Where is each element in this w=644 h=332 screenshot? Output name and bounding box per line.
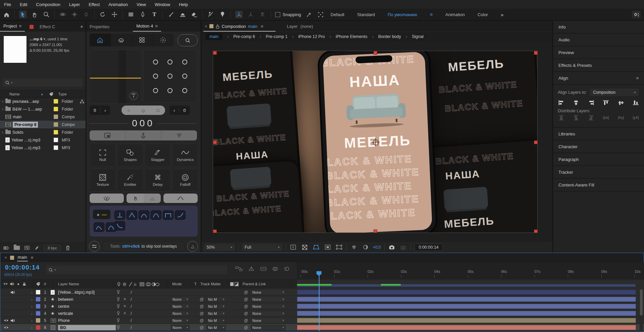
project-item-name[interactable]: Yellow …s).mp3	[11, 146, 40, 150]
anchor-point-grid[interactable]	[143, 50, 197, 103]
tab-layer-label[interactable]: Layer	[287, 24, 298, 29]
timeline-layer-row[interactable]: › 2 ★ between ☀ / Norm▾ @ No M▾ @ None▾	[0, 296, 644, 303]
add-remove-keyframe-button[interactable]: +—	[93, 210, 110, 219]
motion-grid-button[interactable]	[132, 34, 153, 46]
easing-curve-button[interactable]	[127, 210, 137, 220]
layer-rasterize-icon[interactable]: /	[131, 324, 132, 331]
motion-blur-icon[interactable]	[284, 266, 290, 272]
diamond-shape-icon[interactable]: ◇	[142, 108, 145, 113]
shape-type-segmented-control[interactable]: ○ ◇ □	[121, 106, 165, 115]
align-button-0[interactable]	[558, 100, 564, 105]
anchor-grid-dot[interactable]	[153, 88, 158, 93]
layer-name[interactable]: BG	[58, 324, 116, 331]
workspace-active[interactable]: По умолчанию	[388, 12, 417, 17]
parent-pickwhip-icon[interactable]: @	[244, 324, 248, 331]
layer-quality-icon[interactable]	[116, 289, 120, 296]
layer-expand-arrow[interactable]: ›	[31, 310, 33, 317]
layer-name[interactable]: between	[58, 296, 73, 303]
easing-curve-button[interactable]	[106, 222, 116, 232]
motion-burger-button[interactable]	[111, 34, 132, 46]
selection-handle[interactable]	[534, 51, 537, 55]
selection-handle[interactable]	[374, 230, 377, 233]
project-search-input[interactable]: ▾	[3, 79, 83, 87]
distribute-button-1[interactable]	[573, 115, 579, 120]
work-area-bar[interactable]	[297, 284, 636, 287]
type-tool-icon[interactable]: T	[151, 11, 158, 18]
breadcrumb-item[interactable]: iPhone 12 Pro	[298, 34, 325, 39]
item-label-color[interactable]	[54, 122, 58, 127]
sidebar-panel-character[interactable]: Character	[553, 140, 644, 153]
motion-tool-null[interactable]: Null	[90, 144, 116, 167]
layer-name[interactable]: centre	[58, 303, 69, 310]
pen-tool-icon[interactable]	[139, 11, 146, 18]
motion-value-graph[interactable]	[90, 50, 141, 103]
menu-composition[interactable]: Composition	[36, 2, 60, 7]
easing-curve-button[interactable]	[114, 210, 125, 220]
selection-handle[interactable]	[534, 230, 537, 233]
panel-menu-icon[interactable]: ≡	[19, 24, 21, 29]
project-item-name[interactable]: Solids	[12, 130, 23, 135]
project-item-row[interactable]: ♪ Yellow …s).mp3 MP3	[0, 136, 86, 144]
menu-animation[interactable]: Animation	[108, 2, 128, 7]
matte-pickwhip-icon[interactable]: @	[200, 296, 204, 303]
guides-icon[interactable]	[324, 244, 332, 251]
item-label-color[interactable]	[54, 146, 58, 150]
panel-menu-icon[interactable]: ≡	[155, 24, 158, 29]
collapse-panel-button[interactable]: △	[187, 241, 198, 252]
workspace-item[interactable]: Standard	[357, 12, 375, 17]
project-item-row[interactable]: › B&W — 1….aep Folder	[0, 105, 86, 113]
timeline-ruler[interactable]: :00s 01s 02s 03s 04s 05s 06s 07s 08s 09s…	[297, 262, 644, 280]
layer-expand-arrow[interactable]: ›	[31, 324, 33, 331]
expand-arrow-icon[interactable]: ›	[0, 130, 5, 135]
anchor-grid-dot[interactable]	[153, 59, 158, 65]
anchor-grid-dot[interactable]	[153, 74, 158, 79]
layer-name[interactable]: verticale	[58, 310, 73, 317]
parent-dropdown[interactable]: None▾	[251, 324, 286, 331]
parent-dropdown[interactable]: None▾	[251, 317, 286, 324]
layer-label-color[interactable]	[36, 310, 40, 317]
easing-curve-button[interactable]	[163, 210, 174, 220]
axis-local-icon[interactable]	[235, 11, 243, 18]
parent-pickwhip-icon[interactable]: @	[244, 303, 248, 310]
item-label-color[interactable]	[54, 99, 58, 103]
value-stepper-left[interactable]: 0›	[90, 106, 110, 115]
project-item-name[interactable]: Pre-comp 6	[13, 122, 38, 128]
project-item-name[interactable]: B&W — 1….aep	[12, 107, 42, 112]
show-snapshot-icon[interactable]	[399, 244, 407, 251]
tab-motion4[interactable]: Motion 4≡	[133, 24, 161, 32]
parent-pickwhip-icon[interactable]: @	[244, 317, 248, 324]
menu-effect[interactable]: Effect	[89, 2, 100, 7]
new-composition-icon[interactable]	[24, 246, 30, 250]
layer-quality-icon[interactable]	[116, 317, 120, 324]
selection-handle[interactable]	[534, 140, 537, 144]
orbit-camera-tool-icon[interactable]	[59, 11, 66, 18]
project-item-row[interactable]: › Solids Folder	[0, 128, 86, 136]
timeline-layer-row[interactable]: › 5 Phone / Norm▾ @ No M▾ @ None▾	[0, 317, 644, 324]
selection-handle[interactable]	[213, 230, 217, 233]
track-matte-dropdown[interactable]: No M▾	[206, 310, 226, 317]
draft-3d-icon[interactable]	[248, 266, 255, 272]
tab-composition-name[interactable]: main	[248, 24, 257, 29]
fan-tool-button[interactable]	[90, 194, 124, 203]
layer-audio-toggle[interactable]	[10, 289, 15, 296]
motion-tool-falloff[interactable]: Falloff	[172, 169, 198, 192]
breadcrumb-current[interactable]: main	[205, 33, 222, 40]
align-button-2[interactable]	[588, 100, 594, 105]
value-stepper-right[interactable]: ‹0	[169, 106, 190, 115]
pan-camera-tool-icon[interactable]	[71, 11, 78, 18]
menu-layer[interactable]: Layer	[69, 2, 80, 7]
fast-previews-icon[interactable]	[289, 244, 297, 251]
anchor-grid-dot[interactable]	[182, 74, 187, 79]
viewer-timecode[interactable]: 0:00:00:14	[414, 244, 443, 251]
timeline-scrollbar[interactable]	[640, 289, 643, 331]
composition-frame[interactable]: МЕБЕЛЬ BLACK & WHITE BLACK & WHITE МЕБЕЛ…	[213, 51, 537, 233]
sidebar-panel-libraries[interactable]: Libraries	[553, 128, 644, 140]
timeline-layer-row[interactable]: › 3 ★ centre ☀ / Norm▾ @ No M▾ @ None▾	[0, 303, 644, 310]
layer-video-toggle[interactable]	[4, 317, 9, 324]
easing-curve-button[interactable]	[94, 222, 104, 232]
brush-tool-icon[interactable]	[167, 11, 175, 18]
workspace-menu-icon[interactable]: ≡	[430, 12, 433, 17]
roto-brush-tool-icon[interactable]	[207, 11, 214, 18]
layer-audio-toggle[interactable]	[10, 317, 15, 324]
zoom-tool-icon[interactable]	[43, 11, 50, 18]
